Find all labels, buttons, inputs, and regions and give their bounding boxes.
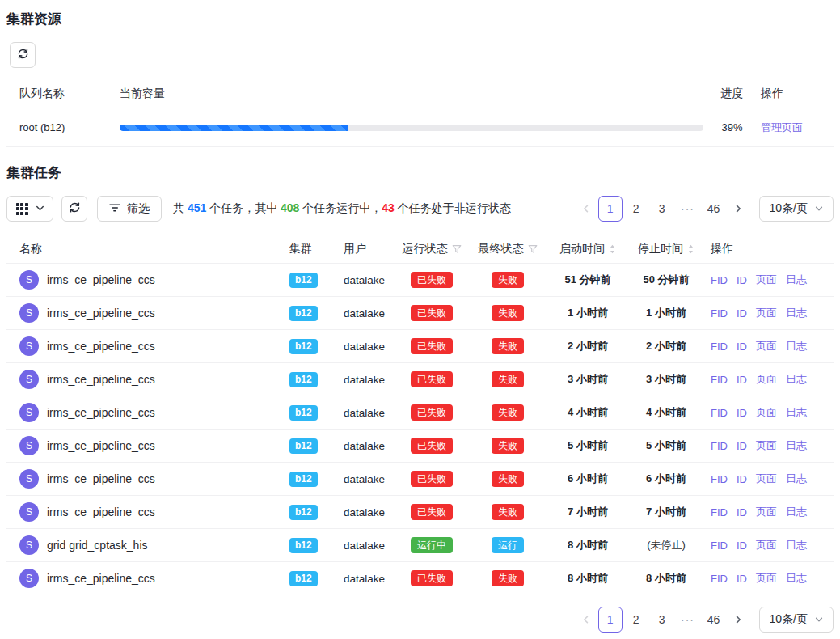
- stop-time: 7 小时前: [646, 505, 686, 519]
- row-action-link[interactable]: 日志: [786, 538, 807, 552]
- start-time-sorter-icon[interactable]: [609, 243, 616, 255]
- row-action-link[interactable]: ID: [737, 307, 747, 320]
- pagination-page-3[interactable]: 3: [650, 607, 674, 633]
- task-name: irms_ce_pipeline_ccs: [47, 506, 155, 518]
- user-name: datalake: [344, 506, 385, 518]
- tasks-refresh-button[interactable]: [61, 196, 87, 222]
- row-action-link[interactable]: 页面: [756, 571, 777, 586]
- filter-button[interactable]: 筛选: [97, 196, 162, 222]
- row-action-link[interactable]: ID: [737, 540, 747, 552]
- row-action-link[interactable]: 日志: [786, 438, 807, 453]
- final-status-badge: 失败: [492, 371, 524, 387]
- table-row: S irms_ce_pipeline_ccs b12 datalake 已失败 …: [6, 463, 834, 496]
- row-action-link[interactable]: 页面: [756, 472, 777, 486]
- pagination-page-1[interactable]: 1: [598, 196, 623, 222]
- table-row: S irms_ce_pipeline_ccs b12 datalake 已失败 …: [6, 264, 834, 297]
- row-action-link[interactable]: 页面: [756, 405, 777, 420]
- row-action-link[interactable]: FID: [711, 407, 728, 419]
- row-action-link[interactable]: 日志: [786, 571, 807, 586]
- start-time: 1 小时前: [568, 306, 608, 320]
- pagination-page-3[interactable]: 3: [650, 196, 674, 222]
- table-row: S irms_ce_pipeline_ccs b12 datalake 已失败 …: [6, 562, 834, 595]
- row-action-link[interactable]: ID: [737, 274, 747, 286]
- start-time: 5 小时前: [568, 438, 608, 453]
- row-action-link[interactable]: 页面: [756, 339, 777, 353]
- row-action-link[interactable]: FID: [711, 341, 728, 353]
- row-actions: FIDID页面日志: [703, 339, 834, 353]
- row-action-link[interactable]: ID: [737, 407, 747, 419]
- row-action-link[interactable]: FID: [711, 307, 728, 320]
- row-action-link[interactable]: 日志: [786, 273, 807, 287]
- pagination-ellipsis: ···: [676, 607, 700, 633]
- task-name: grid grid_cptask_his: [47, 539, 148, 552]
- row-action-link[interactable]: 日志: [786, 339, 807, 353]
- page-size-select[interactable]: 10条/页: [759, 196, 834, 222]
- row-action-link[interactable]: 日志: [786, 505, 807, 519]
- row-action-link[interactable]: 页面: [756, 538, 777, 552]
- final-status-badge: 失败: [492, 471, 524, 487]
- stop-time: 2 小时前: [646, 339, 686, 353]
- row-action-link[interactable]: ID: [737, 341, 747, 353]
- row-actions: FIDID页面日志: [703, 405, 834, 420]
- row-action-link[interactable]: 页面: [756, 273, 777, 287]
- queue-name: root (b12): [6, 121, 113, 133]
- refresh-icon: [17, 48, 29, 62]
- row-action-link[interactable]: ID: [737, 506, 747, 518]
- capacity-progress-fill: [120, 125, 348, 131]
- stop-time: 1 小时前: [646, 306, 686, 320]
- page-size-value: 10条/页: [770, 612, 808, 627]
- pagination-next-button[interactable]: [727, 196, 749, 222]
- row-action-link[interactable]: FID: [711, 506, 728, 518]
- task-name: irms_ce_pipeline_ccs: [47, 439, 155, 452]
- manage-page-link[interactable]: 管理页面: [761, 121, 803, 133]
- task-name: irms_ce_pipeline_ccs: [47, 572, 155, 585]
- pagination-prev-button[interactable]: [575, 196, 597, 222]
- resources-refresh-button[interactable]: [10, 42, 36, 68]
- row-action-link[interactable]: 日志: [786, 372, 807, 387]
- task-avatar: S: [19, 469, 39, 489]
- pagination-page-46[interactable]: 46: [702, 607, 726, 633]
- row-action-link[interactable]: FID: [711, 540, 728, 552]
- pagination-prev-button[interactable]: [575, 607, 597, 633]
- page-size-select[interactable]: 10条/页: [759, 607, 834, 633]
- row-action-link[interactable]: FID: [711, 274, 728, 286]
- row-action-link[interactable]: 页面: [756, 438, 777, 453]
- task-avatar: S: [19, 502, 39, 522]
- final-status-filter-icon[interactable]: [528, 244, 538, 254]
- row-action-link[interactable]: ID: [737, 573, 747, 585]
- column-settings-dropdown-button[interactable]: [6, 196, 53, 222]
- user-name: datalake: [344, 407, 385, 419]
- capacity-cell: [113, 125, 710, 131]
- pagination-page-2[interactable]: 2: [624, 196, 648, 222]
- row-action-link[interactable]: 页面: [756, 306, 777, 320]
- row-action-link[interactable]: 日志: [786, 472, 807, 486]
- cluster-tag: b12: [289, 405, 318, 421]
- row-action-link[interactable]: 页面: [756, 372, 777, 387]
- run-status-badge: 已失败: [411, 570, 453, 586]
- stop-time-sorter-icon[interactable]: [687, 243, 694, 255]
- pagination-page-1[interactable]: 1: [598, 607, 623, 633]
- running-count: 408: [281, 201, 299, 214]
- pagination-page-2[interactable]: 2: [624, 607, 648, 633]
- stop-time: 50 分钟前: [643, 273, 689, 287]
- progress-percent: 39%: [710, 121, 754, 133]
- pagination-next-button[interactable]: [727, 607, 749, 633]
- run-status-filter-icon[interactable]: [452, 244, 462, 254]
- row-action-link[interactable]: FID: [711, 440, 728, 452]
- pagination-page-46[interactable]: 46: [702, 196, 726, 222]
- row-action-link[interactable]: FID: [711, 473, 728, 485]
- tasks-table: 名称 集群 用户 运行状态 最终状态 启动时间: [6, 235, 834, 595]
- row-action-link[interactable]: ID: [737, 473, 747, 485]
- tasks-toolbar: 筛选 共 451 个任务，其中 408 个任务运行中，43 个任务处于非运行状态…: [6, 196, 834, 222]
- row-action-link[interactable]: ID: [737, 440, 747, 452]
- col-run-status: 运行状态: [395, 242, 469, 256]
- start-time: 3 小时前: [568, 372, 608, 387]
- row-action-link[interactable]: 页面: [756, 505, 777, 519]
- row-action-link[interactable]: 日志: [786, 405, 807, 420]
- row-action-link[interactable]: FID: [711, 374, 728, 386]
- row-action-link[interactable]: FID: [711, 573, 728, 585]
- start-time: 8 小时前: [568, 571, 608, 586]
- row-action-link[interactable]: 日志: [786, 306, 807, 320]
- user-name: datalake: [344, 307, 385, 320]
- row-action-link[interactable]: ID: [737, 374, 747, 386]
